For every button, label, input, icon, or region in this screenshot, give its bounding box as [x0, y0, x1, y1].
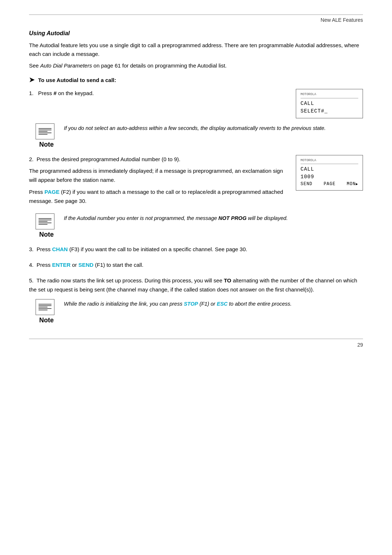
step-5-content: 5. The radio now starts the link set up …: [29, 276, 363, 294]
motorola-label-2: MOTOROLA: [301, 158, 358, 164]
doc-line: [38, 218, 52, 219]
motorola-label-1: MOTOROLA: [301, 92, 358, 98]
step-2-number: 2.: [29, 156, 37, 162]
doc-line-short: [38, 224, 48, 225]
step-3: 3. Press CHAN (F3) if you want the call …: [29, 245, 363, 254]
doc-line-short: [38, 307, 48, 307]
step-heading-text: To use Autodial to send a call:: [38, 77, 116, 83]
step-heading: ➤ To use Autodial to send a call:: [29, 76, 363, 84]
doc-lines-2: [38, 217, 52, 225]
note-1-text: If you do not select an auto-address wit…: [64, 123, 363, 132]
step-1-display: MOTOROLA CALL SELECT#_: [296, 89, 363, 118]
step-2-display: MOTOROLA CALL 1009 SEND PAGE MON: [296, 155, 363, 191]
chan-keyword: CHAN: [52, 246, 68, 252]
stop-keyword: STOP: [184, 301, 198, 307]
note-1-label: Note: [36, 141, 57, 148]
note-2-text: If the Autodial number you enter is not …: [64, 213, 363, 222]
step-4-number: 4.: [29, 262, 37, 268]
doc-line-short: [38, 221, 48, 222]
intro-para-1: The Autodial feature lets you use a sing…: [29, 41, 363, 58]
step-2-para-1: 2. Press the desired preprogrammed Autod…: [29, 155, 284, 164]
steps-list: 1. Press # on the keypad. MOTOROLA CALL …: [29, 89, 363, 324]
doc-line: [38, 220, 52, 220]
doc-line-short: [38, 310, 48, 310]
page-header: New ALE Features: [29, 17, 363, 23]
display-line-call-1: CALL: [301, 100, 358, 107]
step-4-content: 4. Press ENTER or SEND (F1) to start the…: [29, 261, 363, 270]
step-1-content: 1. Press # on the keypad.: [29, 89, 284, 98]
arrow-icon: ➤: [29, 76, 34, 84]
softkey-mon: MON: [347, 181, 358, 187]
note-2-img: [36, 213, 54, 229]
top-rule: [29, 15, 363, 15]
doc-line-short: [38, 134, 48, 135]
step-2-content: 2. Press the desired preprogrammed Autod…: [29, 155, 284, 209]
enter-keyword: ENTER: [52, 262, 70, 268]
note-3-label: Note: [36, 317, 57, 324]
step-2-para-2: The programmed address is immediately di…: [29, 167, 284, 185]
step-4: 4. Press ENTER or SEND (F1) to start the…: [29, 261, 363, 270]
doc-line: [38, 132, 52, 133]
display-box-1: MOTOROLA CALL SELECT#_: [296, 89, 363, 118]
note-3-block: Note While the radio is initializing the…: [36, 299, 363, 324]
step-1-text: Press # on the keypad.: [38, 90, 94, 96]
note-3-img: [36, 299, 54, 315]
step-5: 5. The radio now starts the link set up …: [29, 276, 363, 325]
note-1-icon: Note: [36, 123, 57, 148]
note-2-label: Note: [36, 231, 57, 238]
display-line-select: SELECT#_: [301, 107, 358, 115]
section-title: Using Autodial: [29, 30, 363, 37]
step-1: 1. Press # on the keypad. MOTOROLA CALL …: [29, 89, 363, 148]
bottom-rule: [29, 339, 363, 339]
note-3-text: While the radio is initializing the link…: [64, 299, 363, 308]
step-2-para-3: Press PAGE (F2) if you want to attach a …: [29, 188, 284, 206]
esc-keyword: ESC: [217, 301, 228, 307]
step-3-content: 3. Press CHAN (F3) if you want the call …: [29, 245, 363, 254]
note-2-icon: Note: [36, 213, 57, 238]
page-number: 29: [29, 342, 363, 348]
doc-line: [38, 304, 52, 305]
display-box-2: MOTOROLA CALL 1009 SEND PAGE MON: [296, 155, 363, 191]
doc-line: [38, 128, 52, 129]
doc-line-short: [38, 131, 48, 132]
doc-line: [38, 130, 52, 130]
note-3-icon: Note: [36, 299, 57, 324]
doc-line: [38, 223, 52, 223]
doc-lines-3: [38, 303, 52, 311]
doc-line: [38, 308, 52, 309]
softkey-page: PAGE: [324, 181, 336, 187]
send-keyword: SEND: [78, 262, 94, 268]
note-2-block: Note If the Autodial number you enter is…: [36, 213, 363, 238]
step-5-number: 5.: [29, 277, 37, 283]
page-container: New ALE Features Using Autodial The Auto…: [0, 0, 392, 370]
display-line-1009: 1009: [301, 173, 358, 181]
step-3-number: 3.: [29, 246, 37, 252]
step-1-number: 1.: [29, 90, 37, 96]
display-softkeys: SEND PAGE MON: [301, 181, 358, 187]
mon-arrow: [356, 181, 358, 187]
display-line-call-2: CALL: [301, 166, 358, 173]
page-keyword: PAGE: [45, 189, 60, 195]
header-title: New ALE Features: [320, 17, 363, 23]
intro-para-2: See Auto Dial Parameters on page 61 for …: [29, 61, 363, 70]
step-2: 2. Press the desired preprogrammed Autod…: [29, 155, 363, 239]
doc-lines-1: [38, 127, 52, 135]
softkey-send: SEND: [301, 181, 313, 187]
note-1-img: [36, 123, 54, 139]
doc-line: [38, 305, 52, 306]
note-1-block: Note If you do not select an auto-addres…: [36, 123, 363, 148]
